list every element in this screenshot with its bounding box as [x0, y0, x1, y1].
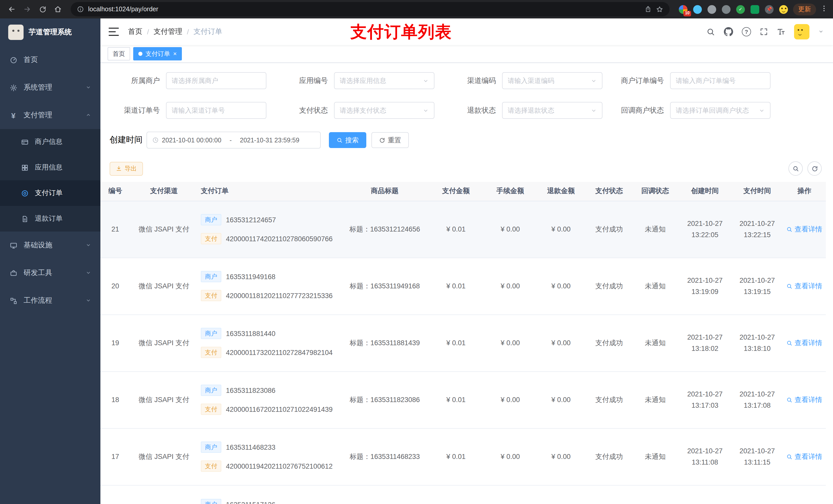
payment-submenu: 商户信息 应用信息 支付订单 退款订单 [0, 129, 100, 232]
filter-label: 商户订单编号 [614, 76, 670, 85]
merchant-order-no: 1635311823086 [226, 386, 276, 394]
refund-amount: ¥ 0.00 [536, 428, 586, 485]
browser-reload-icon[interactable] [36, 3, 49, 16]
col-refund: 退款金额 [536, 182, 586, 201]
screen: localhost:1024/pay/order 10 ✓ 📌 更新 芋道管理系… [0, 0, 833, 504]
toggle-search-icon[interactable] [788, 161, 803, 176]
app-frame: 芋道管理系统 首页 系统管理 ¥ 支付管理 商户信息 [0, 19, 833, 504]
bookmark-star-icon[interactable] [656, 5, 663, 13]
user-avatar[interactable] [794, 24, 809, 40]
refund-status-select[interactable]: 请选择退款状态 [502, 102, 602, 119]
refresh-icon[interactable] [807, 161, 822, 176]
extension-pin-icon[interactable]: 📌 [765, 5, 774, 14]
chevron-down-icon [86, 269, 91, 277]
extension-green-square-icon[interactable] [751, 5, 759, 14]
extension-gray-icon[interactable] [708, 5, 716, 14]
browser-home-icon[interactable] [51, 3, 65, 16]
sidebar-item-workflow[interactable]: 工作流程 [0, 287, 100, 314]
extension-emoji-icon[interactable] [779, 5, 788, 14]
share-icon[interactable] [644, 6, 652, 13]
merchant-tag: 商户 [201, 214, 221, 225]
pay-order-cell: 商户 1635312124657 支付 42000011742021102780… [198, 201, 342, 258]
browser-update-button[interactable]: 更新 [793, 3, 816, 15]
app-logo[interactable]: 芋道管理系统 [0, 19, 100, 46]
breadcrumb-section[interactable]: 支付管理 [154, 27, 182, 37]
site-info-icon[interactable] [77, 6, 84, 13]
order-id: 19 [100, 314, 130, 371]
table-header-row: 编号 支付渠道 支付订单 商品标题 支付金额 手续金额 退款金额 支付状态 回调… [100, 182, 826, 201]
tab-pay-order[interactable]: 支付订单 × [133, 47, 182, 61]
pay-amount: ¥ 0.01 [427, 258, 485, 314]
pay-status: 支付成功 [586, 201, 632, 258]
chevron-down-icon [86, 296, 91, 305]
sidebar-item-merchant-info[interactable]: 商户信息 [0, 129, 100, 155]
merchant-order-no: 1635311517126 [226, 501, 276, 504]
refund-amount: ¥ 0.00 [536, 201, 586, 258]
browser-forward-icon[interactable] [21, 3, 34, 16]
sidebar-item-payment[interactable]: ¥ 支付管理 [0, 101, 100, 129]
create-time-range-picker[interactable]: 2021-10-01 00:00:00 - 2021-10-31 23:59:5… [146, 131, 321, 148]
tab-home[interactable]: 首页 [108, 47, 130, 61]
col-create-time: 创建时间 [678, 182, 732, 201]
notify-status-select[interactable]: 请选择订单回调商户状态 [670, 102, 770, 119]
col-id: 编号 [100, 182, 130, 201]
sidebar-item-label: 支付订单 [35, 189, 63, 198]
browser-back-icon[interactable] [5, 3, 19, 16]
channel-code-select[interactable]: 请输入渠道编码 [502, 72, 602, 89]
sidebar-item-pay-order[interactable]: 支付订单 [0, 180, 100, 206]
app-no-select[interactable]: 请选择应用信息 [334, 72, 434, 89]
view-detail-link[interactable]: 查看详情 [786, 282, 822, 291]
hamburger-icon[interactable] [109, 28, 119, 36]
browser-menu-icon[interactable] [820, 4, 828, 14]
extension-blue-icon[interactable] [693, 5, 702, 14]
chevron-down-icon [86, 241, 91, 249]
breadcrumb-home[interactable]: 首页 [128, 27, 142, 37]
filter-label: 所属商户 [110, 76, 166, 85]
sidebar-item-home[interactable]: 首页 [0, 46, 100, 74]
view-detail-link[interactable]: 查看详情 [786, 338, 822, 347]
extension-colorful-icon[interactable]: 10 [679, 5, 688, 14]
avatar-caret-icon[interactable] [818, 27, 824, 37]
fullscreen-icon[interactable] [760, 28, 768, 36]
font-size-icon[interactable] [777, 27, 785, 36]
dashboard-icon [9, 56, 18, 64]
grid-icon [21, 164, 29, 171]
sidebar-item-dev-tools[interactable]: 研发工具 [0, 259, 100, 287]
search-button[interactable]: 搜索 [329, 132, 366, 148]
reset-button[interactable]: 重置 [372, 132, 409, 148]
sidebar-item-system[interactable]: 系统管理 [0, 74, 100, 101]
view-detail-link[interactable]: 查看详情 [786, 452, 822, 461]
search-icon[interactable] [707, 27, 715, 36]
bank-card-icon [21, 138, 29, 146]
sidebar-item-label: 工作流程 [24, 296, 52, 305]
extension-green-check-icon[interactable]: ✓ [736, 5, 745, 14]
merchant-order-no-input[interactable]: 请输入商户订单编号 [670, 72, 770, 89]
sidebar-item-label: 应用信息 [35, 163, 63, 172]
export-button[interactable]: 导出 [110, 162, 143, 175]
view-detail-link[interactable]: 查看详情 [786, 224, 822, 234]
merchant-select[interactable]: 请选择所属商户 [166, 72, 266, 89]
question-icon[interactable]: ? [742, 27, 751, 37]
fee-amount: ¥ 0.00 [485, 428, 536, 485]
url-bar[interactable]: localhost:1024/pay/order [71, 2, 670, 16]
sidebar-item-infrastructure[interactable]: 基础设施 [0, 232, 100, 259]
page-content: 所属商户 请选择所属商户 应用编号 请选择应用信息 渠道编码 请输入渠道编码 商… [100, 63, 833, 504]
filter-label: 渠道订单号 [110, 106, 166, 115]
yen-icon: ¥ [9, 111, 18, 120]
table-row: 18 微信 JSAPI 支付 商户 1635311823086 [100, 371, 826, 428]
channel-order-no-input[interactable]: 请输入渠道订单号 [166, 102, 266, 119]
close-icon[interactable]: × [173, 51, 177, 57]
sidebar-item-refund-order[interactable]: 退款订单 [0, 206, 100, 232]
sidebar-item-app-info[interactable]: 应用信息 [0, 155, 100, 180]
pay-status-select[interactable]: 请选择支付状态 [334, 102, 434, 119]
pay-status: 支付成功 [586, 258, 632, 314]
extension-gray2-icon[interactable] [722, 5, 731, 14]
notify-status: 未通知 [632, 371, 678, 428]
filter-label: 回调商户状态 [614, 106, 670, 115]
github-icon[interactable] [724, 27, 733, 37]
col-title: 商品标题 [342, 182, 427, 201]
table-row: 20 微信 JSAPI 支付 商户 1635311949168 [100, 258, 826, 314]
view-detail-link[interactable]: 查看详情 [786, 395, 822, 404]
pay-time: 2021-10-2713:18:10 [732, 314, 783, 371]
pay-order-cell: 商户 1635311949168 支付 42000011812021102777… [198, 258, 342, 314]
